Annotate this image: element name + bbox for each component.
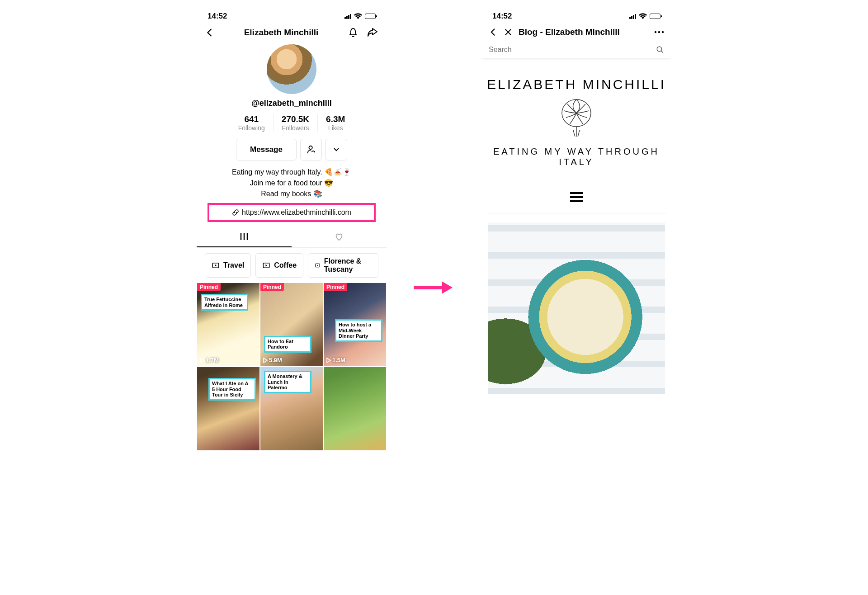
- bio-line-1: Eating my way through Italy. 🍕🍝🍷: [197, 167, 387, 178]
- playlist-icon: [212, 261, 220, 269]
- following-label: Following: [238, 124, 265, 132]
- followers-count: 270.5K: [282, 114, 309, 124]
- bio-link-text: https://www.elizabethminchilli.com: [242, 208, 351, 217]
- signal-icon: [629, 14, 636, 19]
- browser-header: Blog - Elizabeth Minchilli: [481, 24, 671, 41]
- blog-featured-image[interactable]: [488, 222, 665, 394]
- search-icon[interactable]: [656, 46, 664, 54]
- playlist-label: Florence & Tuscany: [324, 257, 372, 274]
- search-bar[interactable]: [481, 41, 671, 59]
- playlist-icon: [315, 261, 321, 269]
- link-icon: [232, 209, 239, 216]
- bio-line-2: Join me for a food tour 😎: [197, 178, 387, 189]
- play-icon: [200, 358, 204, 363]
- playlist-travel[interactable]: Travel: [205, 253, 251, 278]
- video-caption: True Fettuccine Alfredo In Rome: [201, 294, 248, 311]
- svg-line-9: [661, 51, 663, 53]
- add-friend-button[interactable]: [300, 139, 322, 161]
- heart-icon: [334, 232, 344, 242]
- browser-title: Blog - Elizabeth Minchilli: [519, 27, 648, 37]
- playlist-florence[interactable]: Florence & Tuscany: [308, 253, 378, 278]
- play-icon: [326, 358, 331, 363]
- battery-icon: [650, 14, 660, 19]
- pinned-badge: Pinned: [260, 283, 284, 291]
- video-caption: How to host a Mid-Week Dinner Party: [335, 319, 382, 342]
- video-views: 1.5M: [326, 357, 345, 364]
- back-icon[interactable]: [489, 28, 498, 37]
- video-tile[interactable]: What I Ate on A 5 Hour Food Tour in Sici…: [197, 367, 259, 450]
- video-tile[interactable]: Pinned How to Eat Pandoro 5.9M: [260, 283, 323, 366]
- page-title: Elizabeth Minchilli: [244, 28, 319, 38]
- svg-point-7: [662, 31, 664, 33]
- avatar[interactable]: [267, 44, 316, 94]
- message-button[interactable]: Message: [236, 139, 297, 161]
- bell-icon[interactable]: [348, 27, 359, 38]
- stat-following[interactable]: 641 Following: [230, 114, 274, 132]
- playlist-coffee[interactable]: Coffee: [255, 253, 303, 278]
- bio-link-highlight[interactable]: https://www.elizabethminchilli.com: [208, 203, 376, 222]
- stat-likes[interactable]: 6.3M Likes: [318, 114, 353, 132]
- logo-tagline: EATING MY WAY THROUGH ITALY: [486, 146, 667, 167]
- tiktok-profile-screen: 14:52 Elizabeth Minchilli @elizabeth_min…: [197, 9, 387, 450]
- grid-icon: [240, 232, 249, 241]
- battery-icon: [365, 14, 376, 19]
- likes-count: 6.3M: [326, 114, 345, 124]
- followers-label: Followers: [282, 124, 309, 132]
- playlist-row: Travel Coffee Florence & Tuscany: [197, 248, 387, 283]
- svg-point-5: [655, 31, 656, 33]
- tab-liked[interactable]: [292, 227, 387, 247]
- video-tile[interactable]: Pinned How to host a Mid-Week Dinner Par…: [324, 283, 386, 366]
- arrow-icon: [414, 279, 454, 296]
- site-logo: ELIZABETH MINCHILLI EATING MY WAY THROUG…: [481, 59, 671, 181]
- status-icons: [629, 13, 660, 19]
- video-tile[interactable]: A Monastery & Lunch in Palermo: [260, 367, 323, 450]
- status-time: 14:52: [208, 12, 227, 21]
- following-count: 641: [238, 114, 265, 124]
- svg-point-6: [658, 31, 660, 33]
- bio: Eating my way through Italy. 🍕🍝🍷 Join me…: [197, 167, 387, 199]
- logo-name: ELIZABETH MINCHILLI: [486, 77, 667, 92]
- video-grid: Pinned True Fettuccine Alfredo In Rome 1…: [197, 283, 387, 450]
- pinned-badge: Pinned: [197, 283, 221, 291]
- username: @elizabeth_minchilli: [197, 99, 387, 108]
- video-caption: What I Ate on A 5 Hour Food Tour in Sici…: [208, 378, 256, 401]
- share-icon[interactable]: [367, 27, 378, 38]
- content-tabs: [197, 227, 387, 248]
- more-icon[interactable]: [654, 31, 664, 33]
- add-friend-icon: [306, 145, 316, 155]
- status-time: 14:52: [492, 12, 512, 21]
- menu-button[interactable]: [481, 181, 671, 213]
- status-bar: 14:52: [197, 9, 387, 24]
- chevron-down-icon: [334, 148, 339, 151]
- divider: [486, 213, 667, 213]
- action-row: Message: [197, 139, 387, 161]
- wifi-icon: [354, 13, 362, 19]
- svg-point-8: [657, 47, 662, 52]
- status-icons: [344, 13, 376, 19]
- video-tile[interactable]: Pinned True Fettuccine Alfredo In Rome 1…: [197, 283, 259, 366]
- dropdown-button[interactable]: [326, 139, 347, 161]
- back-icon[interactable]: [205, 28, 215, 38]
- play-icon: [263, 358, 268, 363]
- search-input[interactable]: [489, 46, 656, 54]
- likes-label: Likes: [326, 124, 345, 132]
- burger-icon: [570, 192, 583, 194]
- annotation-arrow: [414, 279, 454, 298]
- svg-point-0: [309, 146, 312, 149]
- profile-header: Elizabeth Minchilli: [197, 24, 387, 42]
- status-bar: 14:52: [481, 9, 671, 24]
- bio-line-3: Read my books 📚: [197, 189, 387, 199]
- video-caption: A Monastery & Lunch in Palermo: [264, 371, 311, 393]
- blog-browser-screen: 14:52 Blog - Elizabeth Minchilli ELIZABE…: [481, 9, 671, 394]
- artichoke-icon: [556, 95, 597, 140]
- signal-icon: [344, 14, 351, 19]
- stats-row: 641 Following 270.5K Followers 6.3M Like…: [197, 114, 387, 132]
- video-views: 1.7M: [200, 357, 219, 364]
- stat-followers[interactable]: 270.5K Followers: [274, 114, 318, 132]
- video-caption: How to Eat Pandoro: [264, 336, 311, 353]
- playlist-icon: [262, 261, 270, 269]
- video-tile[interactable]: [324, 367, 386, 450]
- playlist-label: Travel: [223, 261, 244, 269]
- close-icon[interactable]: [504, 28, 512, 36]
- tab-videos[interactable]: [197, 227, 292, 247]
